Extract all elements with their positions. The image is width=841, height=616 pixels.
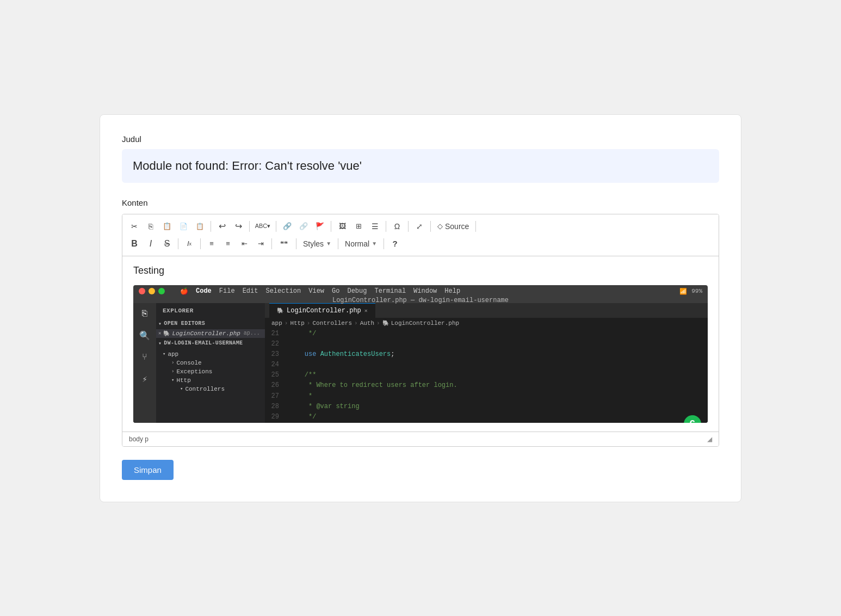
titlebar-icons: 📶 99% bbox=[679, 288, 702, 295]
project-header: ▾ DW-LOGIN-EMAIL-USERNAME bbox=[156, 338, 265, 349]
close-file-icon: ✕ bbox=[158, 330, 161, 336]
cut-button[interactable]: ✂ bbox=[127, 219, 142, 233]
indent-more-button[interactable]: ⇥ bbox=[253, 237, 268, 251]
app-folder-arrow: ▾ bbox=[163, 351, 165, 357]
sep-13 bbox=[338, 238, 338, 249]
image-button[interactable]: 🖼 bbox=[335, 219, 350, 233]
resize-handle-icon: ◢ bbox=[707, 435, 712, 443]
help-button[interactable]: ? bbox=[387, 237, 403, 251]
open-editors-label: OPEN EDITORS bbox=[164, 321, 205, 327]
title-input-wrapper[interactable]: Module not found: Error: Can't resolve '… bbox=[122, 149, 719, 183]
toolbar-row-2: B I S Ix ≡ ≡ ⇤ ⇥ ❝❝ Styles ▼ Norma bbox=[127, 235, 714, 252]
code-line-24 bbox=[289, 360, 703, 370]
konten-label: Konten bbox=[122, 198, 719, 207]
italic-clear-button[interactable]: Ix bbox=[182, 237, 197, 251]
judul-label: Judul bbox=[122, 134, 719, 144]
ol-button[interactable]: ≡ bbox=[204, 237, 219, 251]
vscode-title: LoginController.php — dw-login-email-use… bbox=[332, 297, 509, 304]
active-tab: 🐘 LoginController.php ✕ bbox=[269, 303, 375, 318]
http-folder: ▾ Http bbox=[160, 376, 261, 385]
sep-8 bbox=[475, 221, 476, 232]
console-arrow: › bbox=[171, 360, 174, 366]
menu-window: Window bbox=[413, 287, 437, 295]
breadcrumb-auth: Auth bbox=[360, 320, 374, 327]
open-editors-arrow: ▾ bbox=[158, 321, 162, 327]
code-area: 21 22 23 24 25 26 27 28 29 bbox=[265, 329, 708, 423]
fullscreen-button[interactable]: ⤢ bbox=[412, 219, 427, 233]
menu-help: Help bbox=[444, 287, 460, 295]
open-file-item: ✕ 🐘 LoginController.php ap... bbox=[156, 329, 265, 338]
code-line-25: /** bbox=[289, 370, 703, 380]
app-folder-label: app bbox=[168, 351, 178, 358]
save-button[interactable]: Simpan bbox=[122, 460, 174, 480]
open-file-name: LoginController.php bbox=[172, 330, 240, 337]
sep-3 bbox=[276, 221, 276, 232]
statusbar-content: body p bbox=[129, 435, 149, 443]
menu-edit: Edit bbox=[243, 287, 258, 295]
menu-code: Code bbox=[196, 287, 212, 295]
link-button[interactable]: 🔗 bbox=[280, 219, 295, 233]
sep-10 bbox=[200, 238, 201, 249]
project-name: DW-LOGIN-EMAIL-USERNAME bbox=[164, 340, 243, 346]
git-icon: ⑂ bbox=[138, 351, 151, 364]
exceptions-arrow: › bbox=[171, 369, 174, 374]
maximize-button-icon bbox=[158, 288, 165, 294]
ul-button[interactable]: ≡ bbox=[220, 237, 236, 251]
tab-php-icon: 🐘 bbox=[277, 307, 283, 314]
unlink-button[interactable]: 🔗 bbox=[296, 219, 311, 233]
search-icon: 🔍 bbox=[138, 329, 151, 342]
code-line-21: */ bbox=[289, 329, 703, 339]
redo-button[interactable]: ↪ bbox=[231, 219, 246, 233]
http-label: Http bbox=[176, 377, 190, 384]
italic-button[interactable]: I bbox=[143, 237, 158, 251]
toolbar: ✂ ⎘ 📋 📄 📋 ↩ ↪ ABC▾ 🔗 🔗 🚩 🖼 ⊞ ☰ Ω bbox=[122, 214, 719, 256]
statusbar-path: body p bbox=[129, 435, 149, 443]
explorer-tree: ▾ app › Console › Exceptions bbox=[156, 349, 265, 395]
copy-button[interactable]: ⎘ bbox=[143, 219, 158, 233]
debug-icon: ⚡ bbox=[138, 373, 151, 386]
sep-4 bbox=[331, 221, 331, 232]
sep-1 bbox=[211, 221, 211, 232]
code-line-22 bbox=[289, 339, 703, 349]
breadcrumb-app: app bbox=[271, 320, 282, 327]
breadcrumb-sep-2: › bbox=[307, 320, 311, 327]
breadcrumb-sep-3: › bbox=[354, 320, 358, 327]
battery-icon: 99% bbox=[691, 288, 702, 294]
toolbar-row-1: ✂ ⎘ 📋 📄 📋 ↩ ↪ ABC▾ 🔗 🔗 🚩 🖼 ⊞ ☰ Ω bbox=[127, 218, 714, 235]
vscode-menubar: 🍎 Code File Edit Selection View Go Debug… bbox=[133, 285, 708, 298]
editor-content[interactable]: Testing 🍎 Code File Edit Selection View bbox=[122, 256, 719, 432]
breadcrumb-file-icon: 🐘 bbox=[382, 320, 389, 327]
strikethrough-button[interactable]: S bbox=[159, 237, 175, 251]
app-folder: ▾ app bbox=[160, 350, 261, 359]
paste-word-button[interactable]: 📋 bbox=[192, 219, 207, 233]
blockquote-button[interactable]: ❝❝ bbox=[275, 237, 293, 251]
special-char-button[interactable]: Ω bbox=[389, 219, 405, 233]
normal-dropdown[interactable]: Normal ▼ bbox=[342, 238, 380, 250]
editor-breadcrumb: app › Http › Controllers › Auth › 🐘 Logi… bbox=[265, 318, 708, 329]
anchor-button[interactable]: 🚩 bbox=[312, 219, 327, 233]
spellcheck-button[interactable]: ABC▾ bbox=[253, 219, 273, 233]
paste-button[interactable]: 📋 bbox=[159, 219, 175, 233]
sep-6 bbox=[408, 221, 409, 232]
source-button[interactable]: ◇ Source bbox=[434, 220, 472, 232]
undo-button[interactable]: ↩ bbox=[214, 219, 230, 233]
controllers-label: Controllers bbox=[185, 386, 225, 392]
code-line-28: * @var string bbox=[289, 402, 703, 412]
indent-less-button[interactable]: ⇤ bbox=[237, 237, 252, 251]
vscode-titlebar: LoginController.php — dw-login-email-use… bbox=[133, 298, 708, 303]
layout-button[interactable]: ☰ bbox=[367, 219, 382, 233]
sep-2 bbox=[249, 221, 250, 232]
menu-view: View bbox=[308, 287, 324, 295]
project-arrow: ▾ bbox=[158, 340, 162, 347]
styles-dropdown[interactable]: Styles ▼ bbox=[300, 238, 335, 250]
editor-wrapper: ✂ ⎘ 📋 📄 📋 ↩ ↪ ABC▾ 🔗 🔗 🚩 🖼 ⊞ ☰ Ω bbox=[122, 214, 719, 447]
paste-plain-button[interactable]: 📄 bbox=[176, 219, 191, 233]
table-button[interactable]: ⊞ bbox=[351, 219, 366, 233]
bold-button[interactable]: B bbox=[127, 237, 142, 251]
sep-9 bbox=[178, 238, 178, 249]
editor-tabs: 🐘 LoginController.php ✕ bbox=[265, 303, 708, 318]
explorer-title: EXPLORER bbox=[156, 303, 265, 318]
main-card: Judul Module not found: Error: Can't res… bbox=[100, 114, 741, 502]
exceptions-folder: › Exceptions bbox=[160, 367, 261, 376]
normal-label: Normal bbox=[345, 239, 369, 248]
